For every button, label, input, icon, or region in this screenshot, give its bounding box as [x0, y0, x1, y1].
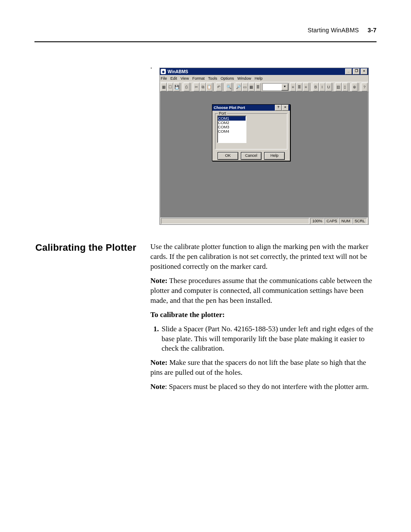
- menubar: File Edit View Format Tools Options Wind…: [160, 75, 368, 82]
- print-icon[interactable]: ⎙: [184, 83, 190, 91]
- app-logo-icon: ◆: [161, 69, 166, 74]
- menu-format[interactable]: Format: [192, 76, 205, 81]
- cut-icon[interactable]: ✂: [193, 83, 199, 91]
- port-group-label: Port: [218, 111, 227, 115]
- running-head: Starting WinABMS 3-7: [308, 27, 377, 34]
- open-doc-icon[interactable]: ☐: [167, 83, 173, 91]
- note-label: Note: [150, 383, 165, 391]
- toolbar-separator: [349, 83, 351, 91]
- status-caps: CAPS: [324, 218, 339, 224]
- copy-icon[interactable]: ⧉: [200, 83, 206, 91]
- menu-window[interactable]: Window: [237, 76, 251, 81]
- menu-tools[interactable]: Tools: [208, 76, 217, 81]
- app-title: WinABMS: [168, 69, 188, 74]
- help-icon[interactable]: ?: [361, 83, 367, 91]
- grid-icon[interactable]: ▦: [249, 83, 255, 91]
- zoom-out-icon[interactable]: 🔎: [236, 83, 242, 91]
- undo-icon[interactable]: ↶: [216, 83, 222, 91]
- note-text: These procedures assume that the communi…: [150, 277, 372, 305]
- procedure-title: To calibrate the plotter:: [150, 310, 377, 320]
- toolbar-separator: [190, 83, 193, 91]
- align-center-icon[interactable]: ≣: [296, 83, 302, 91]
- dialog-titlebar: Choose Plot Port ? ×: [212, 105, 290, 111]
- page-icon[interactable]: ▯: [342, 83, 348, 91]
- dialog-title: Choose Plot Port: [214, 106, 245, 110]
- port-option-com4[interactable]: COM4: [218, 129, 246, 134]
- running-title: Starting WinABMS: [308, 27, 359, 34]
- menu-help[interactable]: Help: [255, 76, 263, 81]
- toolbar-separator: [358, 83, 361, 91]
- statusbar-message: [161, 218, 309, 224]
- menu-view[interactable]: View: [181, 76, 189, 81]
- port-option-com3[interactable]: COM3: [218, 125, 246, 129]
- toolbar-separator: [223, 83, 225, 91]
- note-3: Note: Spacers must be placed so they do …: [150, 382, 377, 392]
- cancel-button[interactable]: Cancel: [241, 152, 262, 160]
- toolbar: ▦ ☐ 💾 ⎙ ✂ ⧉ 📋 ↶ 🔍 🔎 ▭ ▦ ≣ ▼ ≡ ≣ ≡ B: [160, 82, 368, 92]
- note-2: Note: Make sure that the spacers do not …: [150, 358, 377, 378]
- statusbar: 100% CAPS NUM SCRL: [160, 218, 368, 224]
- intro-paragraph: Use the calibrate plotter function to al…: [150, 242, 377, 272]
- step-1: Slide a Spacer (Part No. 42165-188-53) u…: [161, 324, 377, 354]
- align-left-icon[interactable]: ≡: [290, 83, 296, 91]
- status-scrl: SCRL: [352, 218, 367, 224]
- titlebar: ◆ WinABMS _ ❐ ×: [160, 68, 368, 75]
- chevron-down-icon: ▼: [281, 84, 288, 90]
- toolbar-separator: [213, 83, 215, 91]
- align-icon[interactable]: ≣: [255, 83, 261, 91]
- toolbar-separator: [310, 83, 312, 91]
- menu-options[interactable]: Options: [221, 76, 234, 81]
- dialog-buttons: OK Cancel Help: [215, 152, 287, 160]
- status-num: NUM: [339, 218, 352, 224]
- menu-file[interactable]: File: [161, 76, 167, 81]
- toolbar-separator: [181, 83, 183, 91]
- close-button[interactable]: ×: [361, 68, 367, 75]
- note-text: Make sure that the spacers do not lift t…: [150, 358, 366, 376]
- dialog-close-button[interactable]: ×: [282, 105, 289, 111]
- align-right-icon[interactable]: ≡: [303, 83, 309, 91]
- toolbar-separator: [233, 83, 235, 91]
- font-combo[interactable]: ▼: [262, 83, 289, 91]
- side-heading: Calibrating the Plotter: [35, 242, 136, 253]
- page-number: 3-7: [367, 27, 377, 34]
- paste-icon[interactable]: 📋: [206, 83, 212, 91]
- italic-icon[interactable]: I: [319, 83, 325, 91]
- save-doc-icon[interactable]: 💾: [174, 83, 180, 91]
- restore-button[interactable]: ❐: [353, 68, 360, 75]
- dialog-help-button[interactable]: ?: [275, 105, 282, 111]
- status-zoom: 100%: [310, 218, 324, 224]
- note-text: : Spacers must be placed so they do not …: [165, 383, 369, 391]
- minimize-button[interactable]: _: [345, 68, 352, 75]
- port-option-com1[interactable]: COM1: [218, 116, 246, 121]
- help-button[interactable]: Help: [264, 152, 285, 160]
- note-label: Note:: [150, 277, 168, 285]
- note-label: Note:: [150, 358, 168, 367]
- underline-icon[interactable]: U: [326, 83, 332, 91]
- ok-button[interactable]: OK: [218, 152, 238, 160]
- header-rule: [34, 41, 377, 42]
- procedure-list: Slide a Spacer (Part No. 42165-188-53) u…: [161, 324, 377, 354]
- step-1-text: Slide a Spacer (Part No. 42165-188-53) u…: [162, 325, 373, 353]
- choose-plot-port-dialog: Choose Plot Port ? × Port COM1 COM2 COM3…: [212, 104, 290, 161]
- new-doc-icon[interactable]: ▦: [161, 83, 167, 91]
- page: Starting WinABMS 3-7 . ◆ WinABMS _ ❐ × F…: [0, 0, 411, 532]
- dialog-body: Port COM1 COM2 COM3 COM4 OK Cancel Help: [212, 111, 290, 162]
- port-group: Port COM1 COM2 COM3 COM4: [215, 113, 287, 149]
- note-1: Note: These procedures assume that the c…: [150, 276, 377, 306]
- body-column: Use the calibrate plotter function to al…: [150, 242, 377, 396]
- calibrate-icon[interactable]: ⊕: [352, 83, 358, 91]
- port-option-com2[interactable]: COM2: [218, 121, 246, 125]
- mdi-client-area: Choose Plot Port ? × Port COM1 COM2 COM3…: [160, 91, 368, 218]
- bold-icon[interactable]: B: [313, 83, 319, 91]
- figure-lead-dot: .: [150, 62, 152, 70]
- port-listbox[interactable]: COM1 COM2 COM3 COM4: [217, 115, 246, 143]
- toolbar-separator: [333, 83, 335, 91]
- app-window: ◆ WinABMS _ ❐ × File Edit View Format To…: [159, 68, 369, 225]
- fit-icon[interactable]: ▭: [242, 83, 248, 91]
- menu-edit[interactable]: Edit: [171, 76, 177, 81]
- zoom-in-icon[interactable]: 🔍: [226, 83, 232, 91]
- grid2-icon[interactable]: ▥: [335, 83, 341, 91]
